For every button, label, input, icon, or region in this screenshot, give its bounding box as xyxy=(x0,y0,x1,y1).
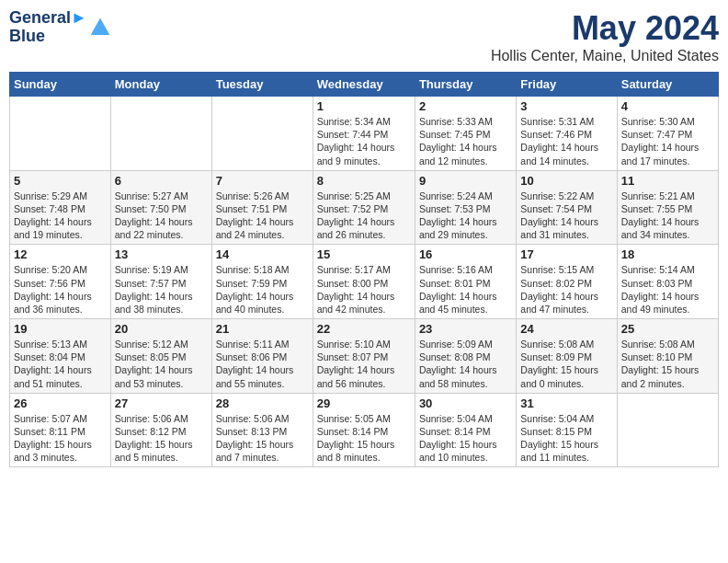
calendar-cell: 17Sunrise: 5:15 AM Sunset: 8:02 PM Dayli… xyxy=(517,245,617,319)
day-number: 12 xyxy=(14,247,107,261)
calendar-cell: 1Sunrise: 5:34 AM Sunset: 7:44 PM Daylig… xyxy=(313,97,415,171)
day-number: 30 xyxy=(419,396,512,410)
day-info: Sunrise: 5:10 AM Sunset: 8:07 PM Dayligh… xyxy=(317,338,411,390)
day-info: Sunrise: 5:15 AM Sunset: 8:02 PM Dayligh… xyxy=(520,263,612,316)
month-title: May 2024 xyxy=(491,9,719,48)
logo: General►Blue xyxy=(9,9,111,46)
calendar-cell: 16Sunrise: 5:16 AM Sunset: 8:01 PM Dayli… xyxy=(415,245,516,319)
day-number: 22 xyxy=(317,322,411,336)
day-info: Sunrise: 5:04 AM Sunset: 8:15 PM Dayligh… xyxy=(520,412,612,465)
weekday-header-row: SundayMondayTuesdayWednesdayThursdayFrid… xyxy=(10,73,719,97)
day-number: 6 xyxy=(115,174,208,188)
weekday-header: Saturday xyxy=(617,73,718,97)
page-header: General►Blue May 2024 Hollis Center, Mai… xyxy=(9,9,719,64)
day-number: 23 xyxy=(419,322,512,336)
day-info: Sunrise: 5:14 AM Sunset: 8:03 PM Dayligh… xyxy=(621,263,714,316)
calendar-cell: 25Sunrise: 5:08 AM Sunset: 8:10 PM Dayli… xyxy=(617,319,718,394)
weekday-header: Tuesday xyxy=(211,73,313,97)
day-info: Sunrise: 5:13 AM Sunset: 8:04 PM Dayligh… xyxy=(14,338,107,390)
day-info: Sunrise: 5:19 AM Sunset: 7:57 PM Dayligh… xyxy=(115,263,208,316)
calendar-cell: 21Sunrise: 5:11 AM Sunset: 8:06 PM Dayli… xyxy=(211,319,313,394)
calendar-table: SundayMondayTuesdayWednesdayThursdayFrid… xyxy=(9,72,719,467)
calendar-cell: 24Sunrise: 5:08 AM Sunset: 8:09 PM Dayli… xyxy=(517,319,617,394)
day-info: Sunrise: 5:18 AM Sunset: 7:59 PM Dayligh… xyxy=(216,263,309,316)
day-info: Sunrise: 5:04 AM Sunset: 8:14 PM Dayligh… xyxy=(419,412,512,465)
day-number: 31 xyxy=(520,396,612,410)
day-number: 26 xyxy=(14,396,107,410)
day-info: Sunrise: 5:08 AM Sunset: 8:09 PM Dayligh… xyxy=(520,338,612,390)
calendar-cell: 14Sunrise: 5:18 AM Sunset: 7:59 PM Dayli… xyxy=(211,245,313,319)
day-info: Sunrise: 5:16 AM Sunset: 8:01 PM Dayligh… xyxy=(419,263,512,316)
calendar-cell: 11Sunrise: 5:21 AM Sunset: 7:55 PM Dayli… xyxy=(617,170,718,245)
day-number: 10 xyxy=(520,174,612,188)
day-number: 24 xyxy=(520,322,612,336)
day-info: Sunrise: 5:33 AM Sunset: 7:45 PM Dayligh… xyxy=(419,115,512,167)
day-number: 15 xyxy=(317,247,411,261)
calendar-cell: 13Sunrise: 5:19 AM Sunset: 7:57 PM Dayli… xyxy=(110,245,211,319)
calendar-week-row: 19Sunrise: 5:13 AM Sunset: 8:04 PM Dayli… xyxy=(10,319,719,394)
day-number: 8 xyxy=(317,174,411,188)
day-info: Sunrise: 5:29 AM Sunset: 7:48 PM Dayligh… xyxy=(14,190,107,242)
calendar-week-row: 26Sunrise: 5:07 AM Sunset: 8:11 PM Dayli… xyxy=(10,393,719,467)
weekday-header: Friday xyxy=(517,73,617,97)
title-block: May 2024 Hollis Center, Maine, United St… xyxy=(491,9,719,64)
day-info: Sunrise: 5:12 AM Sunset: 8:05 PM Dayligh… xyxy=(115,338,208,390)
logo-icon xyxy=(89,17,111,39)
calendar-cell: 2Sunrise: 5:33 AM Sunset: 7:45 PM Daylig… xyxy=(415,97,516,171)
day-info: Sunrise: 5:25 AM Sunset: 7:52 PM Dayligh… xyxy=(317,190,411,242)
day-info: Sunrise: 5:34 AM Sunset: 7:44 PM Dayligh… xyxy=(317,115,411,167)
weekday-header: Sunday xyxy=(10,73,111,97)
calendar-cell xyxy=(617,393,718,467)
day-number: 4 xyxy=(621,99,714,113)
day-info: Sunrise: 5:31 AM Sunset: 7:46 PM Dayligh… xyxy=(520,115,612,167)
calendar-cell xyxy=(211,97,313,171)
day-info: Sunrise: 5:06 AM Sunset: 8:13 PM Dayligh… xyxy=(216,412,309,465)
day-info: Sunrise: 5:07 AM Sunset: 8:11 PM Dayligh… xyxy=(14,412,107,465)
day-info: Sunrise: 5:06 AM Sunset: 8:12 PM Dayligh… xyxy=(115,412,208,465)
day-info: Sunrise: 5:08 AM Sunset: 8:10 PM Dayligh… xyxy=(621,338,714,390)
day-number: 3 xyxy=(520,99,612,113)
day-info: Sunrise: 5:11 AM Sunset: 8:06 PM Dayligh… xyxy=(216,338,309,390)
weekday-header: Thursday xyxy=(415,73,516,97)
day-number: 14 xyxy=(216,247,309,261)
calendar-cell: 29Sunrise: 5:05 AM Sunset: 8:14 PM Dayli… xyxy=(313,393,415,467)
day-info: Sunrise: 5:05 AM Sunset: 8:14 PM Dayligh… xyxy=(317,412,411,465)
calendar-week-row: 5Sunrise: 5:29 AM Sunset: 7:48 PM Daylig… xyxy=(10,170,719,245)
day-number: 5 xyxy=(14,174,107,188)
day-info: Sunrise: 5:09 AM Sunset: 8:08 PM Dayligh… xyxy=(419,338,512,390)
logo-text: General►Blue xyxy=(9,9,87,46)
calendar-cell: 19Sunrise: 5:13 AM Sunset: 8:04 PM Dayli… xyxy=(10,319,111,394)
location: Hollis Center, Maine, United States xyxy=(491,48,719,64)
day-number: 25 xyxy=(621,322,714,336)
day-number: 2 xyxy=(419,99,512,113)
calendar-cell: 5Sunrise: 5:29 AM Sunset: 7:48 PM Daylig… xyxy=(10,170,111,245)
day-number: 9 xyxy=(419,174,512,188)
calendar-cell xyxy=(10,97,111,171)
calendar-cell: 7Sunrise: 5:26 AM Sunset: 7:51 PM Daylig… xyxy=(211,170,313,245)
day-info: Sunrise: 5:22 AM Sunset: 7:54 PM Dayligh… xyxy=(520,190,612,242)
calendar-cell: 23Sunrise: 5:09 AM Sunset: 8:08 PM Dayli… xyxy=(415,319,516,394)
day-number: 19 xyxy=(14,322,107,336)
day-number: 20 xyxy=(115,322,208,336)
day-number: 13 xyxy=(115,247,208,261)
day-number: 7 xyxy=(216,174,309,188)
day-number: 27 xyxy=(115,396,208,410)
day-number: 21 xyxy=(216,322,309,336)
calendar-cell: 15Sunrise: 5:17 AM Sunset: 8:00 PM Dayli… xyxy=(313,245,415,319)
day-number: 11 xyxy=(621,174,714,188)
day-info: Sunrise: 5:17 AM Sunset: 8:00 PM Dayligh… xyxy=(317,263,411,316)
svg-marker-0 xyxy=(90,17,109,34)
calendar-cell: 8Sunrise: 5:25 AM Sunset: 7:52 PM Daylig… xyxy=(313,170,415,245)
calendar-cell: 28Sunrise: 5:06 AM Sunset: 8:13 PM Dayli… xyxy=(211,393,313,467)
calendar-cell: 31Sunrise: 5:04 AM Sunset: 8:15 PM Dayli… xyxy=(517,393,617,467)
day-number: 29 xyxy=(317,396,411,410)
calendar-cell: 30Sunrise: 5:04 AM Sunset: 8:14 PM Dayli… xyxy=(415,393,516,467)
day-number: 18 xyxy=(621,247,714,261)
calendar-week-row: 12Sunrise: 5:20 AM Sunset: 7:56 PM Dayli… xyxy=(10,245,719,319)
calendar-cell xyxy=(110,97,211,171)
calendar-cell: 18Sunrise: 5:14 AM Sunset: 8:03 PM Dayli… xyxy=(617,245,718,319)
day-number: 28 xyxy=(216,396,309,410)
calendar-cell: 26Sunrise: 5:07 AM Sunset: 8:11 PM Dayli… xyxy=(10,393,111,467)
calendar-cell: 27Sunrise: 5:06 AM Sunset: 8:12 PM Dayli… xyxy=(110,393,211,467)
day-number: 1 xyxy=(317,99,411,113)
